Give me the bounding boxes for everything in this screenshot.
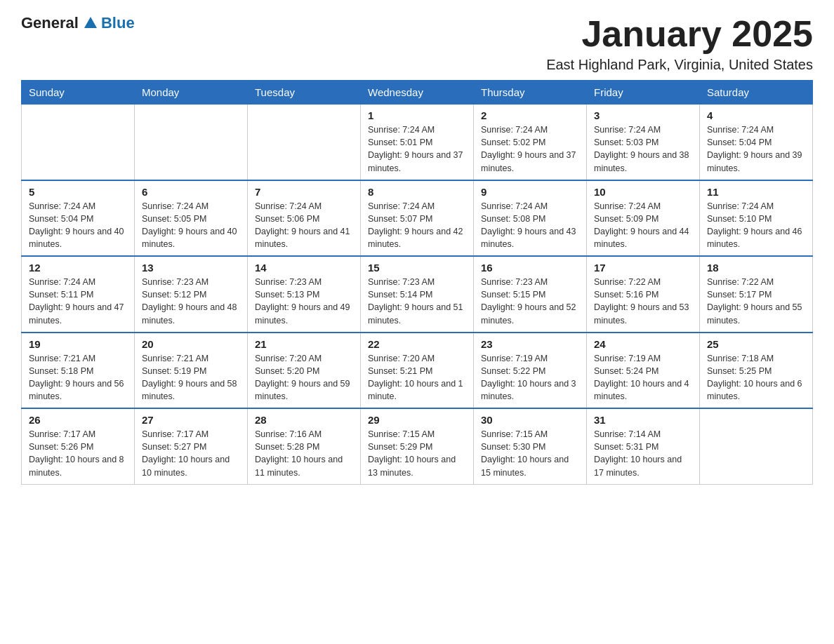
header-wednesday: Wednesday xyxy=(361,81,474,105)
day-info: Sunrise: 7:24 AM Sunset: 5:07 PM Dayligh… xyxy=(368,200,466,251)
day-info: Sunrise: 7:20 AM Sunset: 5:20 PM Dayligh… xyxy=(255,352,353,403)
calendar-cell: 19Sunrise: 7:21 AM Sunset: 5:18 PM Dayli… xyxy=(22,333,135,409)
title-block: January 2025 East Highland Park, Virgini… xyxy=(546,14,813,73)
logo-general: General xyxy=(21,14,79,32)
day-number: 8 xyxy=(368,186,466,198)
calendar-cell: 23Sunrise: 7:19 AM Sunset: 5:22 PM Dayli… xyxy=(474,333,587,409)
day-number: 9 xyxy=(481,186,579,198)
day-info: Sunrise: 7:24 AM Sunset: 5:01 PM Dayligh… xyxy=(368,123,466,175)
day-info: Sunrise: 7:15 AM Sunset: 5:30 PM Dayligh… xyxy=(481,428,579,479)
day-info: Sunrise: 7:18 AM Sunset: 5:25 PM Dayligh… xyxy=(707,352,805,403)
day-info: Sunrise: 7:24 AM Sunset: 5:04 PM Dayligh… xyxy=(29,200,127,251)
day-number: 24 xyxy=(594,338,692,350)
day-number: 6 xyxy=(142,186,240,198)
calendar-cell: 20Sunrise: 7:21 AM Sunset: 5:19 PM Dayli… xyxy=(135,333,248,409)
header-friday: Friday xyxy=(587,81,700,105)
calendar-cell: 7Sunrise: 7:24 AM Sunset: 5:06 PM Daylig… xyxy=(248,180,361,257)
calendar-cell: 28Sunrise: 7:16 AM Sunset: 5:28 PM Dayli… xyxy=(248,408,361,484)
day-info: Sunrise: 7:23 AM Sunset: 5:15 PM Dayligh… xyxy=(481,276,579,327)
day-info: Sunrise: 7:19 AM Sunset: 5:22 PM Dayligh… xyxy=(481,352,579,403)
week-row-1: 1Sunrise: 7:24 AM Sunset: 5:01 PM Daylig… xyxy=(22,105,813,180)
day-info: Sunrise: 7:22 AM Sunset: 5:17 PM Dayligh… xyxy=(707,276,805,327)
calendar-cell xyxy=(135,105,248,180)
page-header: General Blue January 2025 East Highland … xyxy=(21,14,813,73)
calendar-cell: 21Sunrise: 7:20 AM Sunset: 5:20 PM Dayli… xyxy=(248,333,361,409)
day-number: 31 xyxy=(594,414,692,426)
day-number: 15 xyxy=(368,262,466,274)
day-info: Sunrise: 7:19 AM Sunset: 5:24 PM Dayligh… xyxy=(594,352,692,403)
logo-icon xyxy=(83,15,98,31)
calendar-cell: 6Sunrise: 7:24 AM Sunset: 5:05 PM Daylig… xyxy=(135,180,248,257)
day-info: Sunrise: 7:24 AM Sunset: 5:06 PM Dayligh… xyxy=(255,200,353,251)
calendar-cell: 29Sunrise: 7:15 AM Sunset: 5:29 PM Dayli… xyxy=(361,408,474,484)
day-number: 14 xyxy=(255,262,353,274)
calendar-cell: 17Sunrise: 7:22 AM Sunset: 5:16 PM Dayli… xyxy=(587,256,700,333)
calendar-cell: 1Sunrise: 7:24 AM Sunset: 5:01 PM Daylig… xyxy=(361,105,474,180)
calendar-cell: 8Sunrise: 7:24 AM Sunset: 5:07 PM Daylig… xyxy=(361,180,474,257)
calendar-cell: 26Sunrise: 7:17 AM Sunset: 5:26 PM Dayli… xyxy=(22,408,135,484)
calendar-header-row: SundayMondayTuesdayWednesdayThursdayFrid… xyxy=(22,81,813,105)
day-info: Sunrise: 7:23 AM Sunset: 5:14 PM Dayligh… xyxy=(368,276,466,327)
header-monday: Monday xyxy=(135,81,248,105)
day-info: Sunrise: 7:24 AM Sunset: 5:02 PM Dayligh… xyxy=(481,123,579,175)
day-info: Sunrise: 7:20 AM Sunset: 5:21 PM Dayligh… xyxy=(368,352,466,403)
day-number: 28 xyxy=(255,414,353,426)
day-number: 4 xyxy=(707,109,805,121)
logo: General Blue xyxy=(21,14,135,32)
calendar-cell: 5Sunrise: 7:24 AM Sunset: 5:04 PM Daylig… xyxy=(22,180,135,257)
day-info: Sunrise: 7:17 AM Sunset: 5:26 PM Dayligh… xyxy=(29,428,127,479)
day-info: Sunrise: 7:21 AM Sunset: 5:18 PM Dayligh… xyxy=(29,352,127,403)
calendar-cell: 2Sunrise: 7:24 AM Sunset: 5:02 PM Daylig… xyxy=(474,105,587,180)
day-info: Sunrise: 7:24 AM Sunset: 5:09 PM Dayligh… xyxy=(594,200,692,251)
day-number: 11 xyxy=(707,186,805,198)
header-sunday: Sunday xyxy=(22,81,135,105)
day-info: Sunrise: 7:24 AM Sunset: 5:03 PM Dayligh… xyxy=(594,123,692,175)
location-subtitle: East Highland Park, Virginia, United Sta… xyxy=(546,57,813,73)
calendar-cell: 16Sunrise: 7:23 AM Sunset: 5:15 PM Dayli… xyxy=(474,256,587,333)
calendar-cell: 27Sunrise: 7:17 AM Sunset: 5:27 PM Dayli… xyxy=(135,408,248,484)
day-number: 12 xyxy=(29,262,127,274)
day-info: Sunrise: 7:22 AM Sunset: 5:16 PM Dayligh… xyxy=(594,276,692,327)
day-number: 13 xyxy=(142,262,240,274)
calendar-cell: 13Sunrise: 7:23 AM Sunset: 5:12 PM Dayli… xyxy=(135,256,248,333)
day-info: Sunrise: 7:23 AM Sunset: 5:12 PM Dayligh… xyxy=(142,276,240,327)
calendar-cell xyxy=(700,408,813,484)
day-number: 17 xyxy=(594,262,692,274)
day-number: 2 xyxy=(481,109,579,121)
day-number: 25 xyxy=(707,338,805,350)
day-info: Sunrise: 7:24 AM Sunset: 5:08 PM Dayligh… xyxy=(481,200,579,251)
day-info: Sunrise: 7:24 AM Sunset: 5:11 PM Dayligh… xyxy=(29,276,127,327)
header-thursday: Thursday xyxy=(474,81,587,105)
day-number: 23 xyxy=(481,338,579,350)
day-info: Sunrise: 7:14 AM Sunset: 5:31 PM Dayligh… xyxy=(594,428,692,479)
week-row-4: 19Sunrise: 7:21 AM Sunset: 5:18 PM Dayli… xyxy=(22,333,813,409)
day-info: Sunrise: 7:15 AM Sunset: 5:29 PM Dayligh… xyxy=(368,428,466,479)
calendar-cell: 24Sunrise: 7:19 AM Sunset: 5:24 PM Dayli… xyxy=(587,333,700,409)
calendar-cell: 9Sunrise: 7:24 AM Sunset: 5:08 PM Daylig… xyxy=(474,180,587,257)
logo-blue: Blue xyxy=(101,14,135,32)
calendar-cell xyxy=(22,105,135,180)
day-number: 19 xyxy=(29,338,127,350)
calendar-cell: 3Sunrise: 7:24 AM Sunset: 5:03 PM Daylig… xyxy=(587,105,700,180)
calendar-cell: 31Sunrise: 7:14 AM Sunset: 5:31 PM Dayli… xyxy=(587,408,700,484)
calendar-cell: 30Sunrise: 7:15 AM Sunset: 5:30 PM Dayli… xyxy=(474,408,587,484)
day-number: 1 xyxy=(368,109,466,121)
day-number: 20 xyxy=(142,338,240,350)
day-number: 30 xyxy=(481,414,579,426)
day-info: Sunrise: 7:23 AM Sunset: 5:13 PM Dayligh… xyxy=(255,276,353,327)
week-row-5: 26Sunrise: 7:17 AM Sunset: 5:26 PM Dayli… xyxy=(22,408,813,484)
calendar-cell: 4Sunrise: 7:24 AM Sunset: 5:04 PM Daylig… xyxy=(700,105,813,180)
day-number: 22 xyxy=(368,338,466,350)
calendar-cell xyxy=(248,105,361,180)
day-info: Sunrise: 7:24 AM Sunset: 5:05 PM Dayligh… xyxy=(142,200,240,251)
calendar-cell: 14Sunrise: 7:23 AM Sunset: 5:13 PM Dayli… xyxy=(248,256,361,333)
month-title: January 2025 xyxy=(546,14,813,54)
day-info: Sunrise: 7:17 AM Sunset: 5:27 PM Dayligh… xyxy=(142,428,240,479)
calendar-cell: 10Sunrise: 7:24 AM Sunset: 5:09 PM Dayli… xyxy=(587,180,700,257)
header-tuesday: Tuesday xyxy=(248,81,361,105)
day-number: 21 xyxy=(255,338,353,350)
day-number: 16 xyxy=(481,262,579,274)
day-info: Sunrise: 7:24 AM Sunset: 5:10 PM Dayligh… xyxy=(707,200,805,251)
calendar-cell: 11Sunrise: 7:24 AM Sunset: 5:10 PM Dayli… xyxy=(700,180,813,257)
calendar-cell: 12Sunrise: 7:24 AM Sunset: 5:11 PM Dayli… xyxy=(22,256,135,333)
